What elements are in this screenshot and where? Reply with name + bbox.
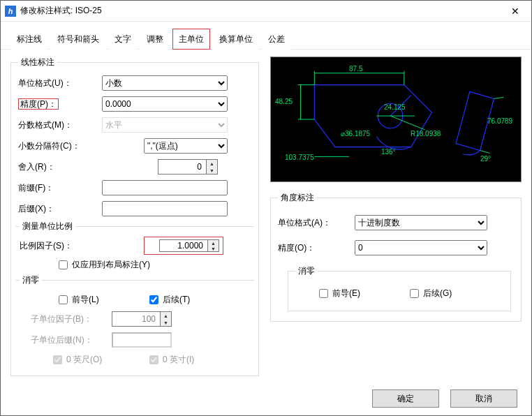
angle-zeros-legend: 消零 xyxy=(295,265,318,277)
chevron-up-icon[interactable]: ▲ xyxy=(207,160,217,167)
round-label: 舍入(R)： xyxy=(18,161,102,173)
preview-dim-4: ⌀36.1875 xyxy=(341,130,370,138)
angle-trailing-checkbox[interactable]: 后续(G) xyxy=(410,288,452,299)
unit-format-select[interactable]: 小数 xyxy=(102,75,228,91)
prefix-label: 前缀(F)： xyxy=(18,182,102,194)
zero-feet-checkbox: 0 英尺(O) xyxy=(53,354,149,366)
tab-symbols[interactable]: 符号和箭头 xyxy=(51,29,105,50)
linear-legend: 线性标注 xyxy=(18,57,57,68)
chevron-down-icon[interactable]: ▼ xyxy=(208,246,219,251)
subunit-suffix-input xyxy=(112,332,172,348)
cancel-button[interactable]: 取消 xyxy=(450,389,517,408)
preview-dim-2: 48.25 xyxy=(275,98,293,105)
prefix-input[interactable] xyxy=(102,180,228,195)
preview-dim-5: R18.0938 xyxy=(411,130,441,138)
fraction-format-select: 水平 xyxy=(102,117,228,133)
scale-factor-spinner[interactable]: ▲▼ xyxy=(145,238,222,253)
app-icon: h xyxy=(5,6,16,17)
close-icon[interactable]: ✕ xyxy=(499,1,531,22)
trailing-checkbox[interactable]: 后续(T) xyxy=(149,294,190,306)
apply-layout-checkbox[interactable]: 仅应用到布局标注(Y) xyxy=(59,259,150,271)
window-title: 修改标注样式: ISO-25 xyxy=(20,5,499,17)
precision-label: 精度(P)： xyxy=(18,98,59,110)
chevron-up-icon[interactable]: ▲ xyxy=(208,240,219,246)
chevron-down-icon[interactable]: ▼ xyxy=(207,167,217,174)
preview-dim-7: 103.7375 xyxy=(285,154,314,161)
fraction-format-label: 分数格式(M)： xyxy=(18,119,102,131)
tab-text[interactable]: 文字 xyxy=(108,29,138,50)
scale-factor-label: 比例因子(S)： xyxy=(20,240,145,252)
preview-dim-6: 76.0789 xyxy=(487,117,512,125)
tabs: 标注线 符号和箭头 文字 调整 主单位 换算单位 公差 xyxy=(1,22,531,50)
suffix-label: 后缀(X)： xyxy=(18,203,102,215)
subunit-factor-label: 子单位因子(B)： xyxy=(20,313,112,325)
preview-ang-1: 136° xyxy=(381,148,396,156)
tab-adjust[interactable]: 调整 xyxy=(140,29,170,50)
angle-unit-format-select[interactable]: 十进制度数 xyxy=(355,215,487,230)
angle-legend: 角度标注 xyxy=(278,192,317,204)
scale-group: 测量单位比例 比例因子(S)： ▲▼ 仅应用到布局标注(Y) xyxy=(15,221,254,274)
subunit-factor-spinner: ▲▼ xyxy=(112,311,172,327)
angle-zeros-group: 消零 前导(E) 后续(G) xyxy=(288,265,511,311)
angle-precision-label: 精度(O)： xyxy=(278,242,355,254)
preview-dim-1: 87.5 xyxy=(349,65,362,73)
ok-button[interactable]: 确定 xyxy=(372,389,439,408)
round-spinner[interactable]: ▲▼ xyxy=(158,159,218,174)
preview-panel: 87.5 48.25 24.125 ⌀36.1875 R18.0938 76.0… xyxy=(270,57,522,182)
linear-group: 线性标注 单位格式(U)： 小数 精度(P)： 0.0000 分数格式(M)： xyxy=(10,57,259,376)
precision-select[interactable]: 0.0000 xyxy=(102,96,228,112)
unit-format-label: 单位格式(U)： xyxy=(18,77,102,89)
leading-checkbox[interactable]: 前导(L) xyxy=(59,294,149,306)
tab-lines[interactable]: 标注线 xyxy=(10,29,48,50)
zeros-left-group: 消零 前导(L) 后续(T) 子单位因子(B)： xyxy=(15,274,254,370)
scale-legend: 测量单位比例 xyxy=(20,221,75,232)
angle-precision-select[interactable]: 0 xyxy=(355,240,487,255)
decimal-sep-label: 小数分隔符(C)： xyxy=(18,140,102,152)
tab-tolerance[interactable]: 公差 xyxy=(262,29,291,50)
zero-inch-checkbox: 0 英寸(I) xyxy=(149,354,194,366)
tab-alt-units[interactable]: 换算单位 xyxy=(213,29,259,50)
suffix-input[interactable] xyxy=(102,201,228,216)
chevron-up-icon: ▲ xyxy=(161,312,171,319)
preview-ang-2: 29° xyxy=(480,155,491,163)
tab-primary-units[interactable]: 主单位 xyxy=(172,29,210,50)
angle-unit-format-label: 单位格式(A)： xyxy=(278,217,355,229)
decimal-sep-select[interactable]: ","(逗点) xyxy=(144,138,228,154)
angle-group: 角度标注 单位格式(A)： 十进制度数 精度(O)： 0 消零 xyxy=(270,192,522,322)
preview-dim-3: 24.125 xyxy=(384,103,406,111)
angle-leading-checkbox[interactable]: 前导(E) xyxy=(319,288,410,299)
chevron-down-icon: ▼ xyxy=(161,319,171,326)
zeros-left-legend: 消零 xyxy=(20,274,42,286)
subunit-suffix-label: 子单位后缀(N)： xyxy=(20,334,112,346)
